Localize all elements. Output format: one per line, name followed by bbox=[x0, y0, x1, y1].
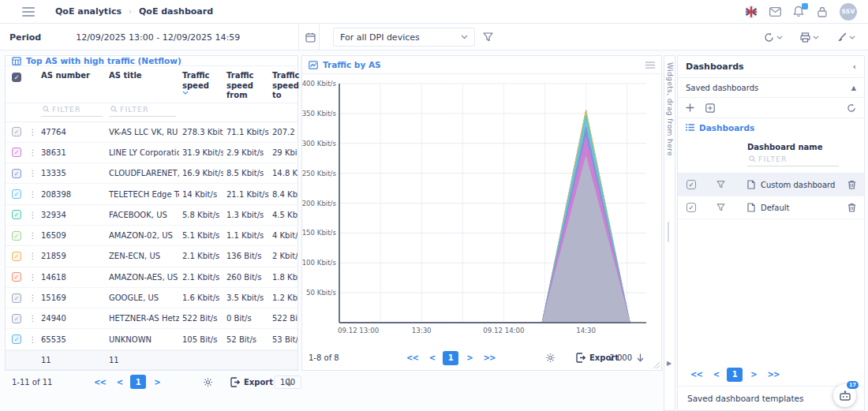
table-row[interactable]: ✓⋮38631LINE LY Corporation, JP31.9 Kbit/… bbox=[6, 143, 297, 163]
row-kebab-icon[interactable]: ⋮ bbox=[28, 148, 38, 157]
table-page-current[interactable]: 1 bbox=[130, 375, 146, 389]
table-export-button[interactable]: Export bbox=[230, 377, 273, 387]
table-row[interactable]: ✓⋮65535UNKNOWN105 Bit/s52 Bit/s53 Bit/s bbox=[6, 329, 297, 349]
support-chat-button[interactable]: 17 bbox=[833, 384, 856, 407]
row-kebab-icon[interactable]: ⋮ bbox=[28, 128, 38, 136]
chart-settings-gear-icon[interactable] bbox=[545, 353, 556, 363]
chart-page-last-button[interactable]: >> bbox=[481, 352, 499, 364]
chart-page-first-button[interactable]: << bbox=[403, 352, 421, 364]
row-kebab-icon[interactable]: ⋮ bbox=[28, 190, 38, 199]
lock-icon[interactable] bbox=[816, 6, 829, 18]
filter-funnel-icon[interactable] bbox=[483, 32, 493, 42]
row-checkbox[interactable]: ✓ bbox=[12, 189, 21, 199]
column-header-dashboard-name[interactable]: Dashboard name bbox=[736, 143, 839, 151]
dashboard-filter-funnel-icon[interactable] bbox=[705, 181, 736, 189]
add-dashboard-from-template-icon[interactable] bbox=[705, 103, 715, 113]
period-range-value[interactable]: 12/09/2025 13:00 - 12/09/2025 14:59 bbox=[76, 32, 240, 43]
calendar-icon[interactable] bbox=[300, 32, 320, 43]
row-checkbox[interactable]: ✓ bbox=[12, 127, 21, 136]
notifications-bell-icon[interactable] bbox=[792, 6, 805, 18]
chart-page-prev-button[interactable]: < bbox=[426, 352, 438, 364]
widgets-drag-strip[interactable]: Widgets, drag from here ▶ bbox=[664, 55, 675, 411]
chart-page-size[interactable]: 2 000 bbox=[609, 353, 632, 362]
table-row[interactable]: ✓⋮32934FACEBOOK, US5.8 Kbit/s1.3 Kbit/s4… bbox=[6, 205, 297, 226]
chart-page-next-button[interactable]: > bbox=[463, 352, 475, 364]
column-header-traffic-speed-to[interactable]: Traffic speed to bbox=[269, 66, 297, 103]
row-checkbox[interactable]: ✓ bbox=[12, 148, 21, 157]
dashboard-row[interactable]: ✓Default bbox=[678, 196, 864, 219]
table-row[interactable]: ✓⋮16509AMAZON-02, US5.1 Kbit/s1.1 Kbit/s… bbox=[6, 226, 297, 246]
row-kebab-icon[interactable]: ⋮ bbox=[28, 231, 38, 240]
select-all-checkbox[interactable]: ✓ bbox=[12, 73, 21, 82]
as-title-filter-input[interactable]: FILTER bbox=[109, 103, 176, 117]
row-checkbox[interactable]: ✓ bbox=[12, 293, 21, 303]
dash-page-first-button[interactable]: << bbox=[687, 368, 705, 380]
column-header-traffic-speed-from[interactable]: Traffic speed from bbox=[223, 66, 269, 103]
dpi-device-select[interactable]: For all DPI devices bbox=[333, 28, 475, 47]
row-checkbox[interactable]: ✓ bbox=[12, 334, 21, 344]
delete-dashboard-trash-icon[interactable] bbox=[839, 180, 864, 189]
dash-page-last-button[interactable]: >> bbox=[765, 368, 783, 380]
table-row[interactable]: ✓⋮14618AMAZON-AES, US2.1 Kbit/s260 Bit/s… bbox=[6, 267, 297, 288]
dashboard-edit-checkbox[interactable]: ✓ bbox=[687, 203, 696, 212]
dashboard-name-filter-input[interactable]: FILTER bbox=[747, 153, 839, 166]
dashboard-row[interactable]: ✓Custom dashboard bbox=[678, 174, 864, 196]
table-row[interactable]: ✓⋮24940HETZNER-AS Hetzner Online GmbH, D… bbox=[6, 308, 297, 329]
chart-page-size-arrow-icon[interactable] bbox=[637, 353, 644, 362]
table-row[interactable]: ✓⋮21859ZEN-ECN, US2.1 Kbit/s136 Bit/s2 K… bbox=[6, 246, 297, 267]
table-page-size-arrow-icon[interactable] bbox=[286, 378, 293, 387]
as-number-filter-input[interactable]: FILTER bbox=[41, 103, 103, 117]
dash-page-current[interactable]: 1 bbox=[727, 368, 743, 382]
table-row[interactable]: ✓⋮13335CLOUDFLARENET, US16.9 Kbit/s8.5 K… bbox=[6, 163, 297, 184]
table-row[interactable]: ✓⋮208398TELETECH Edge Technologies14 Kbi… bbox=[6, 184, 297, 204]
row-kebab-icon[interactable]: ⋮ bbox=[28, 169, 38, 177]
widget-resize-handle[interactable] bbox=[653, 362, 660, 368]
column-header-traffic-speed[interactable]: Traffic speed bbox=[179, 66, 223, 103]
row-kebab-icon[interactable]: ⋮ bbox=[28, 293, 38, 302]
column-header-as-title[interactable]: AS title bbox=[106, 66, 179, 103]
table-page-next-button[interactable]: > bbox=[151, 376, 163, 388]
chart-page-current[interactable]: 1 bbox=[443, 351, 458, 365]
saved-dashboards-section[interactable]: Saved dashboards ▲ bbox=[678, 78, 864, 98]
row-checkbox[interactable]: ✓ bbox=[12, 231, 21, 241]
breadcrumb-qoe-analytics[interactable]: QoE analytics bbox=[55, 6, 122, 17]
theme-brush-dropdown[interactable] bbox=[836, 32, 855, 43]
delete-dashboard-trash-icon[interactable] bbox=[839, 203, 864, 212]
table-row[interactable]: ✓⋮47764VK-AS LLC VK, RU278.3 Kbit/s71.1 … bbox=[6, 122, 297, 143]
refresh-dashboards-icon[interactable] bbox=[847, 103, 856, 113]
row-kebab-icon[interactable]: ⋮ bbox=[28, 273, 38, 282]
add-dashboard-icon[interactable] bbox=[686, 103, 694, 112]
mail-icon[interactable] bbox=[769, 6, 781, 18]
dashboard-filter-funnel-icon[interactable] bbox=[705, 204, 736, 211]
row-checkbox[interactable]: ✓ bbox=[12, 169, 21, 178]
row-kebab-icon[interactable]: ⋮ bbox=[28, 314, 38, 323]
collapse-panel-icon[interactable]: ‹ bbox=[852, 62, 856, 72]
traffic-by-as-chart[interactable]: 50 Kbit/s100 Kbit/s150 Kbit/s200 Kbit/s2… bbox=[302, 74, 661, 346]
row-checkbox[interactable]: ✓ bbox=[12, 314, 21, 323]
strip-drag-handle[interactable] bbox=[668, 222, 669, 242]
row-checkbox[interactable]: ✓ bbox=[12, 272, 21, 282]
row-checkbox[interactable]: ✓ bbox=[12, 252, 21, 261]
row-kebab-icon[interactable]: ⋮ bbox=[28, 252, 38, 260]
cell-traffic-speed-to: 522 Bit/s bbox=[269, 314, 297, 323]
cell-traffic-speed: 14 Kbit/s bbox=[179, 190, 223, 199]
breadcrumb-qoe-dashboard[interactable]: QoE dashboard bbox=[139, 6, 213, 17]
row-checkbox[interactable]: ✓ bbox=[12, 210, 21, 219]
column-header-as-number[interactable]: AS number bbox=[38, 66, 106, 103]
table-page-prev-button[interactable]: < bbox=[114, 376, 125, 388]
menu-hamburger-icon[interactable] bbox=[22, 7, 35, 17]
table-row[interactable]: ✓⋮15169GOOGLE, US1.6 Kbit/s3.5 Kbit/s1.2… bbox=[6, 288, 297, 308]
strip-expand-icon[interactable]: ▶ bbox=[667, 360, 672, 367]
dash-page-next-button[interactable]: > bbox=[747, 368, 759, 380]
row-kebab-icon[interactable]: ⋮ bbox=[28, 211, 38, 219]
print-report-dropdown[interactable] bbox=[800, 32, 819, 43]
row-kebab-icon[interactable]: ⋮ bbox=[28, 335, 38, 344]
user-avatar[interactable]: SSV bbox=[840, 3, 857, 21]
table-page-first-button[interactable]: << bbox=[91, 376, 109, 388]
dashboard-edit-checkbox[interactable]: ✓ bbox=[687, 180, 696, 189]
dash-page-prev-button[interactable]: < bbox=[710, 368, 722, 380]
language-flag-icon[interactable] bbox=[745, 6, 758, 18]
table-settings-gear-icon[interactable] bbox=[203, 377, 213, 387]
refresh-interval-dropdown[interactable] bbox=[764, 32, 783, 43]
chart-menu-icon[interactable] bbox=[645, 62, 655, 69]
